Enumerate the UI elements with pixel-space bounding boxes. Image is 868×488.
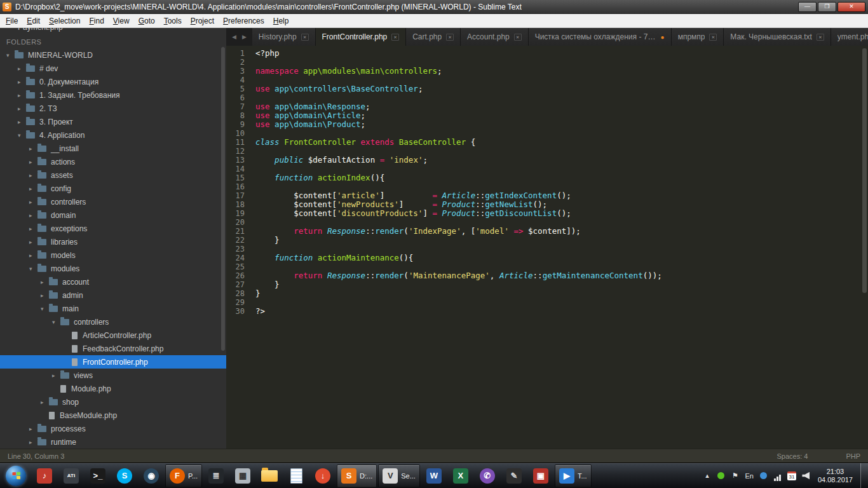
open-file-clipped-row[interactable]: Payment.php: [0, 28, 226, 35]
menu-tools[interactable]: Tools: [159, 15, 186, 27]
tree-row[interactable]: ▸config: [0, 182, 226, 195]
tree-row[interactable]: ▸domain: [0, 208, 226, 222]
utility-pen-icon[interactable]: ✎: [501, 464, 527, 487]
fold-arrow-icon[interactable]: ▾: [6, 52, 15, 58]
sidebar-scrollbar[interactable]: [221, 47, 225, 351]
tree-row[interactable]: ▸admin: [0, 288, 226, 302]
media-window-button[interactable]: ▶T...: [555, 464, 592, 487]
fold-arrow-icon[interactable]: ▸: [29, 159, 37, 165]
tree-row[interactable]: ▸__install: [0, 142, 226, 155]
tab-close-icon[interactable]: ✕: [391, 34, 399, 41]
tab-scroll-right-icon[interactable]: ▶: [242, 34, 247, 40]
tab[interactable]: мпрмпр✕: [672, 28, 724, 46]
console-icon[interactable]: >_: [85, 464, 111, 487]
fold-arrow-icon[interactable]: ▾: [52, 319, 60, 325]
tab[interactable]: Мак. Чернышевская.txt✕: [724, 28, 831, 46]
tree-row[interactable]: ▸assets: [0, 168, 226, 182]
tree-row[interactable]: ▸processes: [0, 422, 226, 435]
minimize-button[interactable]: [798, 2, 817, 12]
tree-row[interactable]: FeedbackController.php: [0, 342, 226, 355]
tree-row[interactable]: BaseModule.php: [0, 409, 226, 422]
menu-goto[interactable]: Goto: [134, 15, 159, 27]
tab-scroll-left-icon[interactable]: ◀: [232, 34, 236, 40]
tab[interactable]: yment.php✕: [831, 28, 868, 46]
tree-row[interactable]: ▾modules: [0, 262, 226, 275]
code-area[interactable]: 1<?php23namespace app\modules\main\contr…: [226, 46, 868, 449]
calculator-icon[interactable]: ▦: [230, 464, 255, 487]
menu-help[interactable]: Help: [269, 15, 294, 27]
explorer-folder-icon[interactable]: [257, 464, 282, 487]
music-player-icon[interactable]: ♪: [32, 464, 57, 487]
fold-arrow-icon[interactable]: ▸: [29, 439, 37, 445]
tree-row[interactable]: ▸1. Задачи. Требования: [0, 88, 226, 102]
action-center-flag-icon[interactable]: ⚑: [731, 471, 739, 481]
tree-row[interactable]: ▸controllers: [0, 195, 226, 208]
close-button[interactable]: [837, 2, 865, 12]
word-icon[interactable]: W: [421, 464, 447, 487]
sublime-window-button[interactable]: SD:...: [337, 464, 377, 487]
fold-arrow-icon[interactable]: ▾: [18, 132, 26, 139]
fold-arrow-icon[interactable]: ▸: [18, 92, 26, 98]
maximize-button[interactable]: [818, 2, 836, 12]
wordpad-document-icon[interactable]: [283, 464, 309, 487]
notepad-icon[interactable]: ≣: [203, 464, 229, 487]
tree-row[interactable]: ▸2. ТЗ: [0, 102, 226, 115]
language-indicator[interactable]: En: [745, 471, 753, 481]
fold-arrow-icon[interactable]: ▸: [29, 239, 37, 245]
fold-arrow-icon[interactable]: ▸: [18, 79, 26, 85]
tree-row[interactable]: Module.php: [0, 382, 226, 395]
excel-icon[interactable]: X: [448, 464, 473, 487]
indentation-setting[interactable]: Spaces: 4: [776, 452, 808, 460]
tree-row[interactable]: ▸views: [0, 369, 226, 382]
tree-row[interactable]: ▾main: [0, 302, 226, 315]
fold-arrow-icon[interactable]: ▸: [29, 146, 37, 152]
ati-tray-icon[interactable]: ATI: [58, 464, 84, 487]
tab-close-icon[interactable]: ✕: [709, 34, 717, 41]
tree-row[interactable]: ▸models: [0, 248, 226, 262]
fold-arrow-icon[interactable]: ▾: [41, 306, 49, 312]
tab[interactable]: Cart.php✕: [406, 28, 461, 46]
tree-row[interactable]: ▸account: [0, 275, 226, 288]
viewer-window-button[interactable]: VSe...: [378, 464, 420, 487]
tab-close-icon[interactable]: ✕: [301, 34, 309, 41]
menu-selection[interactable]: Selection: [44, 15, 85, 27]
tree-row[interactable]: ▸3. Проект: [0, 115, 226, 128]
fold-arrow-icon[interactable]: ▸: [29, 252, 37, 259]
tab-close-icon[interactable]: ✕: [514, 34, 522, 41]
menu-file[interactable]: File: [1, 15, 22, 27]
menu-project[interactable]: Project: [186, 15, 219, 27]
menu-find[interactable]: Find: [85, 15, 108, 27]
fold-arrow-icon[interactable]: ▸: [18, 65, 26, 72]
tab[interactable]: FrontController.php✕: [316, 28, 407, 46]
tree-row[interactable]: FrontController.php: [0, 355, 226, 369]
fold-arrow-icon[interactable]: ▸: [29, 199, 37, 205]
fold-arrow-icon[interactable]: ▸: [41, 399, 49, 405]
fold-arrow-icon[interactable]: ▾: [29, 266, 37, 272]
fold-arrow-icon[interactable]: ▸: [18, 105, 26, 112]
tab[interactable]: Account.php✕: [461, 28, 529, 46]
red-cube-app-icon[interactable]: ▣: [528, 464, 553, 487]
menu-edit[interactable]: Edit: [22, 15, 44, 27]
steam-icon[interactable]: ◉: [139, 464, 164, 487]
menu-view[interactable]: View: [109, 15, 134, 27]
tree-row[interactable]: ▾MINERAL-WORLD: [0, 48, 226, 62]
fold-arrow-icon[interactable]: ▸: [41, 292, 49, 299]
tab-close-icon[interactable]: ✕: [446, 34, 454, 41]
tab-close-icon[interactable]: ✕: [817, 34, 824, 41]
hidden-icons-button[interactable]: ▴: [703, 471, 711, 481]
fold-arrow-icon[interactable]: ▸: [29, 172, 37, 179]
tree-row[interactable]: ▸runtime: [0, 435, 226, 449]
fold-arrow-icon[interactable]: ▸: [18, 119, 26, 125]
editor-scrollbar[interactable]: [862, 48, 867, 293]
menu-preferences[interactable]: Preferences: [219, 15, 269, 27]
tab[interactable]: Чистка системы охлаждения - 700●: [529, 28, 672, 46]
fold-arrow-icon[interactable]: ▸: [52, 372, 60, 379]
show-desktop-button[interactable]: [860, 463, 868, 488]
signal-bars-icon[interactable]: [773, 471, 782, 481]
volume-icon[interactable]: [802, 471, 810, 481]
tree-row[interactable]: ▾controllers: [0, 315, 226, 329]
fold-arrow-icon[interactable]: ▸: [41, 279, 49, 285]
download-manager-icon[interactable]: ↓: [310, 464, 336, 487]
calendar-icon[interactable]: 31: [787, 471, 796, 480]
tree-row[interactable]: ▸shop: [0, 395, 226, 409]
